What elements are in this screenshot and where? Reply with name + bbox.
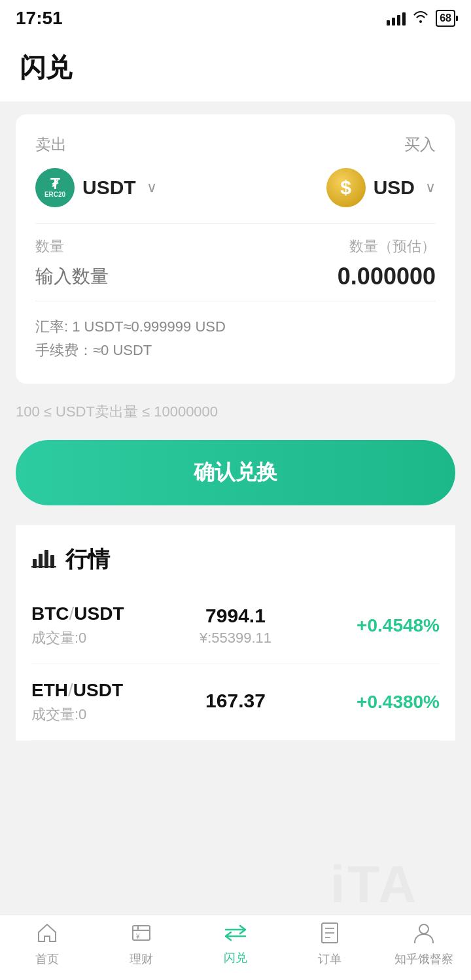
nav-order[interactable]: 订单	[283, 922, 377, 967]
quantity-label-row: 数量 数量（预估）	[35, 237, 436, 256]
quantity-label: 数量	[35, 237, 64, 256]
nav-finance[interactable]: ¥ 理财	[94, 922, 188, 967]
from-token-chevron[interactable]: ∨	[147, 179, 157, 196]
usd-coin-icon: $	[326, 168, 366, 207]
btc-pair: BTC/USDT	[31, 603, 167, 624]
quantity-est-label: 数量（预估）	[349, 237, 436, 256]
user-icon	[413, 922, 434, 947]
usdt-icon: ₮ ERC20	[35, 168, 75, 207]
market-header: 行情	[31, 545, 440, 575]
home-icon	[36, 922, 58, 947]
signal-icon	[387, 11, 406, 25]
market-section: 行情 BTC/USDT 成交量:0 7994.1 ¥:55399.11 +0.4…	[16, 525, 455, 741]
eth-pair: ETH/USDT	[31, 680, 167, 701]
fee-info: 手续费：≈0 USDT	[35, 341, 436, 360]
market-item-left-eth: ETH/USDT 成交量:0	[31, 680, 167, 724]
status-icons: 68	[387, 10, 455, 27]
eth-change: +0.4380%	[304, 692, 440, 713]
status-bar: 17:51 68	[0, 0, 471, 37]
estimated-value: 0.000000	[338, 263, 436, 290]
nav-order-label: 订单	[318, 951, 341, 967]
svg-text:¥: ¥	[135, 933, 140, 940]
nav-swap-label: 闪兑	[224, 950, 247, 966]
btc-volume: 成交量:0	[31, 628, 167, 648]
svg-rect-2	[44, 550, 48, 568]
limit-note: 100 ≤ USDT卖出量 ≤ 10000000	[16, 394, 455, 424]
svg-rect-5	[133, 926, 150, 940]
to-token-name: USD	[374, 177, 415, 199]
btc-change: +0.4548%	[304, 615, 440, 636]
svg-rect-1	[39, 554, 43, 568]
nav-home-label: 首页	[35, 951, 59, 967]
eth-price: 167.37	[167, 690, 304, 712]
nav-swap[interactable]: 闪兑	[188, 923, 283, 966]
market-title: 行情	[65, 545, 110, 575]
main-content: 卖出 买入 ₮ ERC20 USDT ∨ $ USD	[0, 101, 471, 826]
nav-profile[interactable]: 知乎饿督察	[377, 922, 471, 967]
swap-card: 卖出 买入 ₮ ERC20 USDT ∨ $ USD	[16, 114, 455, 384]
market-item-center-eth: 167.37	[167, 690, 304, 715]
to-token-selector[interactable]: $ USD ∨	[326, 168, 436, 207]
buy-label: 买入	[404, 134, 436, 155]
bottom-nav: 首页 ¥ 理财 闪兑	[0, 915, 471, 980]
ita-watermark: iTA	[330, 854, 419, 915]
eth-volume: 成交量:0	[31, 705, 167, 724]
rate-info: 汇率: 1 USDT≈0.999999 USD 手续费：≈0 USDT	[35, 317, 436, 360]
confirm-swap-button[interactable]: 确认兑换	[16, 440, 455, 505]
status-time: 17:51	[16, 8, 63, 29]
btc-cny: ¥:55399.11	[167, 630, 304, 647]
market-item-eth[interactable]: ETH/USDT 成交量:0 167.37 +0.4380%	[31, 664, 440, 741]
market-item-left-btc: BTC/USDT 成交量:0	[31, 603, 167, 648]
quantity-input-row: 0.000000	[35, 263, 436, 301]
quantity-input[interactable]	[35, 266, 338, 287]
swap-icon	[223, 923, 248, 946]
from-token-name: USDT	[82, 177, 136, 199]
battery-icon: 68	[436, 10, 455, 27]
to-token-chevron[interactable]: ∨	[425, 179, 436, 196]
from-token-selector[interactable]: ₮ ERC20 USDT ∨	[35, 168, 157, 207]
btc-price: 7994.1	[167, 605, 304, 627]
market-item-center-btc: 7994.1 ¥:55399.11	[167, 605, 304, 647]
page-title: 闪兑	[20, 53, 72, 82]
sell-buy-row: 卖出 买入	[35, 134, 436, 155]
token-selector-row: ₮ ERC20 USDT ∨ $ USD ∨	[35, 168, 436, 207]
market-chart-icon	[31, 546, 56, 574]
wifi-icon	[412, 10, 429, 27]
market-item-btc[interactable]: BTC/USDT 成交量:0 7994.1 ¥:55399.11 +0.4548…	[31, 588, 440, 664]
nav-home[interactable]: 首页	[0, 922, 94, 967]
order-icon	[320, 922, 340, 947]
exchange-rate: 汇率: 1 USDT≈0.999999 USD	[35, 317, 436, 337]
page-header: 闪兑	[0, 37, 471, 101]
finance-icon: ¥	[130, 922, 152, 947]
sell-label: 卖出	[35, 134, 67, 155]
svg-point-13	[419, 924, 428, 934]
nav-finance-label: 理财	[130, 951, 153, 967]
divider-1	[35, 223, 436, 224]
nav-profile-label: 知乎饿督察	[394, 951, 453, 967]
